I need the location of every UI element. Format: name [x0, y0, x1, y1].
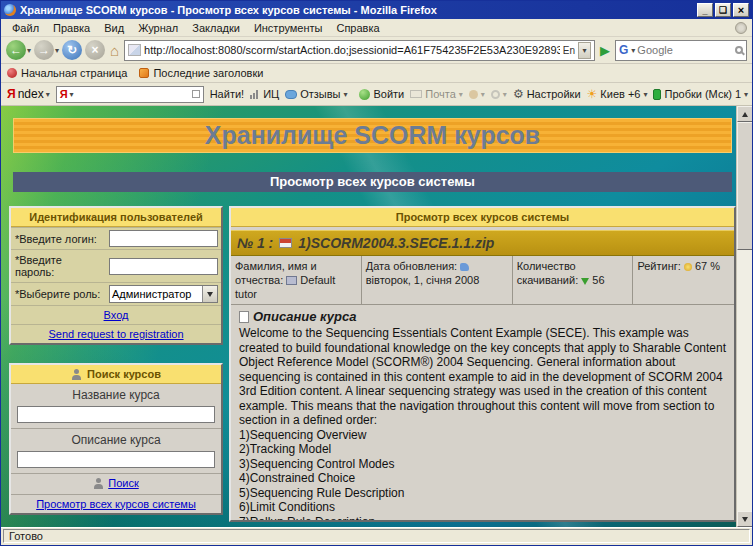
yandex-reviews[interactable]: Отзывы ▾ — [285, 88, 347, 100]
yandex-weather[interactable]: ☀ Киев +6 ▾ — [587, 87, 648, 101]
arrow-down-icon — [742, 517, 748, 522]
scroll-up-button[interactable] — [737, 106, 752, 122]
menu-file[interactable]: Файл — [5, 20, 46, 36]
back-button[interactable]: ← — [6, 40, 26, 60]
bookmark-latest-headlines[interactable]: Последние заголовки — [139, 67, 263, 79]
downloads-value: 56 — [592, 274, 604, 286]
course-file-name: 1)SCORM2004.3.SECE.1.1.zip — [298, 235, 494, 251]
menu-history[interactable]: Журнал — [131, 20, 185, 36]
status-text: Готово — [3, 529, 750, 543]
rss-feed-icon — [139, 68, 149, 78]
role-row: *Выберите роль: Администратор — [11, 282, 221, 305]
menu-help[interactable]: Справка — [329, 20, 386, 36]
site-banner: Хранилище SCORM курсов — [13, 118, 732, 153]
traffic-light-icon — [653, 89, 661, 100]
search-engine-dropdown-icon[interactable]: ▾ — [631, 46, 635, 55]
web-search-box[interactable]: G ▾ — [615, 40, 747, 61]
yandex-find-button[interactable]: Найти! — [210, 88, 244, 100]
yandex-field-checkbox[interactable] — [192, 90, 200, 98]
home-button[interactable]: ⌂ — [110, 42, 119, 59]
weather-dropdown-icon[interactable]: ▾ — [643, 90, 647, 99]
yandex-field-dropdown-icon[interactable]: ▾ — [70, 90, 74, 99]
role-select[interactable]: Администратор — [109, 285, 218, 303]
login-row: *Введите логин: — [11, 227, 221, 249]
date-icon — [460, 263, 469, 271]
reviews-label[interactable]: Отзывы — [300, 88, 340, 100]
back-dropdown-icon[interactable]: ▾ — [27, 46, 31, 55]
traffic-dropdown-icon[interactable]: ▾ — [744, 90, 748, 99]
registration-link[interactable]: Send request to registration — [48, 328, 183, 340]
search-magnifier-icon[interactable] — [735, 46, 743, 54]
navigation-toolbar: ← ▾ → ▾ ↻ × ⌂ http://localhost:8080/scor… — [1, 37, 752, 64]
bookmark-home-page[interactable]: Начальная страница — [7, 67, 127, 79]
yandex-settings[interactable]: ⚙ Настройки — [513, 87, 581, 101]
arrow-up-icon — [742, 112, 748, 117]
select-dropdown-icon[interactable] — [202, 286, 217, 302]
sidebar: Идентификация пользователей *Введите лог… — [9, 206, 223, 527]
window-title: Хранилище SCORM курсов - Просмотр всех к… — [20, 4, 697, 16]
go-button[interactable]: ▶ — [598, 43, 612, 58]
stop-button[interactable]: × — [85, 40, 105, 60]
yandex-brand-dropdown-icon[interactable]: ▾ — [46, 90, 50, 99]
url-text[interactable]: http://localhost:8080/scorm/startAction.… — [144, 44, 560, 56]
scrollbar-thumb[interactable] — [737, 122, 752, 250]
reload-button[interactable]: ↻ — [62, 40, 82, 60]
login-label: *Введите логин: — [11, 229, 106, 249]
password-label: *Введите пароль: — [11, 250, 106, 282]
login-label[interactable]: Войти — [373, 88, 404, 100]
minimize-button[interactable]: _ — [697, 3, 713, 17]
traffic-label[interactable]: Пробки (Мск) 1 — [664, 88, 741, 100]
password-row: *Введите пароль: — [11, 249, 221, 282]
search-link[interactable]: Поиск — [108, 477, 138, 489]
yandex-search-input[interactable] — [76, 88, 190, 101]
page-viewport: Хранилище SCORM курсов Просмотр всех кур… — [1, 106, 752, 527]
downloads-label: Количество скачиваний: — [517, 260, 579, 286]
course-date-cell: Дата обновления: вівторок, 1, січня 2008 — [362, 256, 513, 304]
course-desc-input[interactable] — [17, 451, 215, 468]
yandex-mail-disabled: Почта ▾ — [410, 88, 463, 100]
forward-dropdown-icon[interactable]: ▾ — [55, 46, 59, 55]
course-author-cell: Фамилия, имя и отчества: Default tutor — [231, 256, 362, 304]
menu-tools[interactable]: Инструменты — [247, 20, 330, 36]
role-label: *Выберите роль: — [11, 284, 106, 304]
close-button[interactable]: × — [733, 3, 749, 17]
yandex-traffic[interactable]: Пробки (Мск) 1 ▾ — [653, 88, 748, 100]
enter-link[interactable]: Вход — [104, 309, 129, 321]
course-search-panel: Поиск курсов Название курса Описание кур… — [9, 363, 223, 515]
service-icon — [469, 90, 478, 99]
yandex-service-disabled: ▾ — [469, 90, 485, 99]
view-all-courses-link[interactable]: Просмотр всех курсов системы — [36, 498, 196, 510]
forward-button[interactable]: → — [34, 40, 54, 60]
bookmark-label[interactable]: Последние заголовки — [153, 67, 263, 79]
toc-item: 1)Sequencing Overview — [239, 428, 726, 443]
yandex-citation-index[interactable]: ИЦ — [250, 88, 279, 100]
menu-bookmarks[interactable]: Закладки — [185, 20, 247, 36]
date-value: вівторок, 1, січня 2008 — [366, 274, 480, 286]
bookmark-label[interactable]: Начальная страница — [21, 67, 127, 79]
vertical-scrollbar[interactable] — [736, 106, 752, 527]
citation-label[interactable]: ИЦ — [263, 88, 279, 100]
weather-label[interactable]: Киев +6 — [600, 88, 640, 100]
course-description-section: Описание курса Welcome to the Sequencing… — [231, 305, 734, 520]
yandex-logo-rest: ndex — [18, 87, 44, 101]
url-bar[interactable]: http://localhost:8080/scorm/startAction.… — [124, 40, 595, 61]
mail-icon — [410, 90, 422, 98]
yandex-search-field[interactable]: Я ▾ — [56, 86, 204, 103]
search-panel-title: Поиск курсов — [11, 365, 221, 384]
yandex-brand-menu[interactable]: Яndex ▾ — [7, 87, 50, 101]
web-search-input[interactable] — [637, 44, 733, 56]
course-name-input[interactable] — [17, 406, 215, 423]
login-input[interactable] — [109, 230, 218, 247]
throbber-icon — [735, 22, 747, 34]
menu-edit[interactable]: Правка — [46, 20, 97, 36]
auth-panel-title: Идентификация пользователей — [11, 208, 221, 227]
settings-label[interactable]: Настройки — [527, 88, 581, 100]
scroll-down-button[interactable] — [737, 511, 752, 527]
url-dropdown-icon[interactable]: ▾ — [578, 42, 591, 59]
reviews-dropdown-icon[interactable]: ▾ — [343, 90, 347, 99]
toc-item: 4)Constrained Choice — [239, 471, 726, 486]
restore-button[interactable]: ❏ — [715, 3, 731, 17]
menu-view[interactable]: Вид — [97, 20, 131, 36]
password-input[interactable] — [109, 258, 218, 275]
yandex-login[interactable]: Войти — [359, 88, 404, 100]
